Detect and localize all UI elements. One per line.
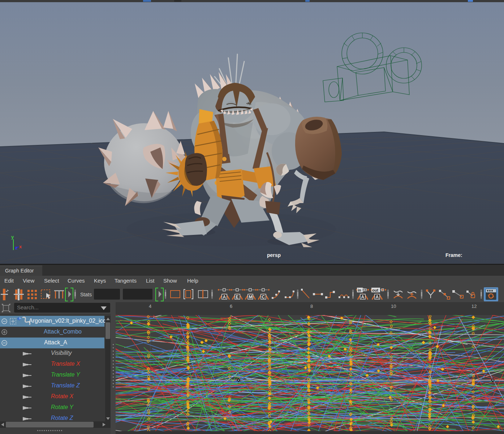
svg-text:persp: persp bbox=[267, 252, 281, 258]
svg-text:A: A bbox=[223, 295, 226, 300]
svg-text:M: M bbox=[249, 295, 253, 300]
svg-text:C: C bbox=[262, 295, 265, 300]
svg-text:Stats: Stats bbox=[80, 292, 92, 297]
svg-text:out: out bbox=[372, 288, 378, 292]
svg-text:z: z bbox=[15, 245, 18, 250]
svg-text:Frame:: Frame: bbox=[445, 252, 462, 258]
svg-text:x: x bbox=[19, 244, 22, 249]
svg-text:A: A bbox=[361, 295, 365, 300]
svg-text:E: E bbox=[236, 295, 239, 300]
svg-text:A: A bbox=[376, 295, 379, 300]
svg-text:in: in bbox=[358, 288, 361, 292]
svg-text:y: y bbox=[11, 234, 14, 240]
